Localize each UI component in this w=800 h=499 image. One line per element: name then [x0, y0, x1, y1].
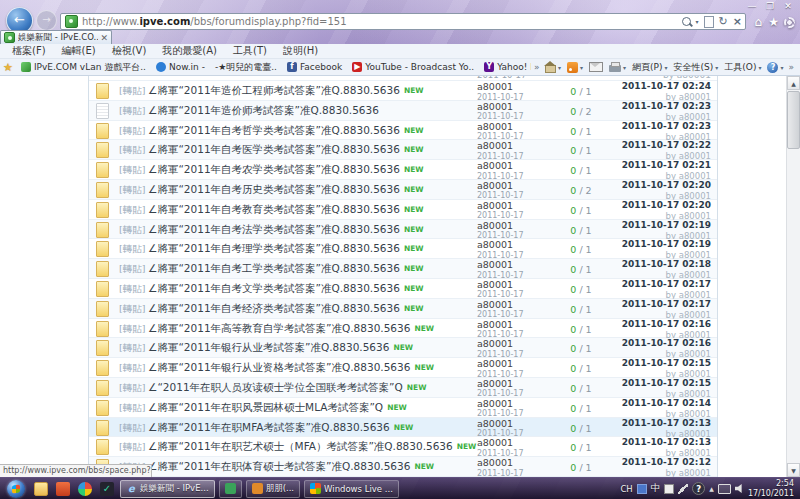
author-link[interactable]: a80001 — [477, 339, 524, 349]
thread-title-link[interactable]: ∠將軍“2011年自考教育类考試答案”准Q.8830.5636NEW — [148, 203, 424, 217]
browser-tab[interactable]: 娛樂新聞 - IPvE.CO... ✕ — [0, 30, 112, 44]
author-link[interactable]: a80001 — [477, 161, 524, 171]
command-bar-item[interactable]: ▾ — [545, 62, 561, 73]
command-bar-item[interactable]: ?▾ — [767, 62, 783, 73]
thread-title-link[interactable]: ∠將軍“2011年自考哲学类考試答案”准Q.8830.5636NEW — [148, 124, 424, 138]
window-close-button[interactable]: ✕ — [780, 2, 796, 13]
author-link[interactable]: a80001 — [477, 438, 524, 448]
scrollbar-thumb[interactable] — [787, 91, 800, 149]
thread-title-link[interactable]: ∠將軍“2011年自考工学类考試答案”准Q.8830.5636NEW — [148, 262, 424, 276]
author-link[interactable]: a80001 — [477, 201, 524, 211]
thread-title-link[interactable]: ∠將軍“2011年自考历史类考試答案”准Q.8830.5636NEW — [148, 183, 424, 197]
menu-item[interactable]: 說明(H) — [275, 44, 326, 58]
start-orb-button[interactable] — [7, 480, 25, 498]
table-row[interactable]: [轉貼]∠將軍“2011年自考农学类考試答案”准Q.8830.5636NEWa8… — [89, 160, 717, 180]
command-bar-item[interactable]: 工具(O)▾ — [724, 61, 761, 74]
volume-tray-icon[interactable] — [735, 484, 744, 493]
favorites-bar-item[interactable]: -★明兒的電臺.. — [211, 60, 281, 75]
thread-title-link[interactable]: ∠將軍“2011年自考理学类考試答案”准Q.8830.5636NEW — [148, 242, 424, 256]
language-indicator[interactable]: CH — [620, 484, 632, 494]
table-row[interactable]: [轉貼]∠將軍“2011年高等教育自学考試答案”准Q.8830.5636NEWa… — [89, 319, 717, 339]
table-row[interactable]: [轉貼]∠將軍“2011年在职艺术硕士（MFA）考試答案”准Q.8830.563… — [89, 437, 717, 457]
display-tray-icon[interactable] — [718, 484, 731, 494]
author-link[interactable]: a80001 — [477, 379, 524, 389]
author-link[interactable]: a80001 — [477, 260, 524, 270]
ime-pen-icon[interactable] — [678, 484, 688, 494]
author-link[interactable]: a80001 — [477, 141, 524, 151]
thread-title-link[interactable]: ∠將軍“2011年银行从业考試答案”准Q.8830.5636NEW — [148, 341, 413, 355]
command-bar-item[interactable]: 安全性(S)▾ — [674, 61, 719, 74]
thread-title-link[interactable]: ∠將軍“2011年造价师考試答案”准Q.8830.5636 — [148, 104, 379, 118]
forward-button[interactable]: → — [36, 10, 57, 31]
ime-mode-icon[interactable] — [664, 484, 674, 494]
author-link[interactable]: a80001 — [477, 419, 524, 429]
table-row[interactable]: [轉貼]∠將軍“2011年银行从业考試答案”准Q.8830.5636NEWa80… — [89, 338, 717, 358]
author-link[interactable]: a80001 — [477, 82, 524, 92]
table-row[interactable]: [轉貼]∠將軍“2011年自考文学类考試答案”准Q.8830.5636NEWa8… — [89, 279, 717, 299]
menu-item[interactable]: 檢視(V) — [104, 44, 155, 58]
thread-title-link[interactable]: ∠將軍“2011年高等教育自学考試答案”准Q.8830.5636NEW — [148, 322, 434, 336]
explorer-folder-icon[interactable] — [34, 482, 48, 496]
taskbar-button[interactable]: e娛樂新聞 - IPvE... — [120, 480, 215, 498]
thread-title-link[interactable]: ∠將軍“2011年自考文学类考試答案”准Q.8830.5636NEW — [148, 282, 424, 296]
favorites-bar-item[interactable]: IPvE.COM vLan 遊戲平台.. — [17, 60, 150, 75]
table-row[interactable]: [轉貼]∠將軍“2011年造价工程师考試答案”准Q.8830.5636NEWa8… — [89, 81, 717, 101]
command-bar-item[interactable] — [589, 62, 603, 72]
ime-chinese-icon[interactable]: 中 — [651, 482, 661, 495]
thread-title-link[interactable]: ∠將軍“2011年自考农学类考試答案”准Q.8830.5636NEW — [148, 163, 424, 177]
globe-app-icon[interactable] — [78, 482, 92, 496]
thread-title-link[interactable]: ∠將軍“2011年在职风景园林硕士MLA考試答案”QNEW — [148, 401, 407, 415]
table-row[interactable]: [轉貼]∠將軍“2011年自考工学类考試答案”准Q.8830.5636NEWa8… — [89, 259, 717, 279]
author-link[interactable]: a80001 — [477, 122, 524, 132]
show-hidden-icons-arrow[interactable]: ▲ — [709, 485, 714, 492]
thread-title-link[interactable]: ∠“2011年在职人员攻读硕士学位全国联考考試答案”QNEW — [148, 381, 426, 395]
favorites-bar-item[interactable]: Now.in - — [152, 61, 209, 73]
taskbar-button[interactable] — [219, 480, 242, 498]
table-row[interactable]: [轉貼]∠將軍“2011年在职体育硕士考試答案”准Q.8830.5636NEWa… — [89, 457, 717, 477]
window-minimize-button[interactable]: — — [744, 2, 760, 13]
menu-item[interactable]: 檔案(F) — [4, 44, 54, 58]
author-link[interactable]: a80001 — [477, 320, 524, 330]
tab-close-icon[interactable]: ✕ — [100, 33, 108, 43]
thread-title-link[interactable]: ∠將軍“2011年造价工程师考試答案”准Q.8830.5636NEW — [148, 84, 424, 98]
home-icon[interactable]: ⌂ — [754, 15, 762, 29]
url-text[interactable]: http://www.ipve.com/bbs/forumdisplay.php… — [82, 16, 682, 27]
taskbar-button[interactable]: 朋朋(... — [246, 480, 300, 498]
favorites-star-icon[interactable]: ★ — [768, 15, 779, 29]
search-icon[interactable] — [682, 17, 691, 26]
thread-title-link[interactable]: ∠將軍“2011年自考经济类考試答案”准Q.8830.5636NEW — [148, 302, 424, 316]
search-dropdown-caret-icon[interactable]: ▾ — [696, 18, 699, 25]
menu-item[interactable]: 我的最愛(A) — [154, 44, 225, 58]
scrollbar-down-arrow-icon[interactable]: ▼ — [787, 463, 800, 477]
table-row[interactable]: [轉貼]∠將軍“2011年自考医学类考試答案”准Q.8830.5636NEWa8… — [89, 140, 717, 160]
thread-title-link[interactable]: ∠將軍“2011年在职MFA考試答案”准Q.8830.5636NEW — [148, 421, 413, 435]
lastpost-by-link[interactable]: by a80001 — [622, 469, 711, 477]
command-overflow-chevron[interactable]: » — [785, 62, 797, 72]
thread-title-link[interactable]: ∠將軍“2011年银行从业资格考試答案”准Q.8830.5636NEW — [148, 361, 434, 375]
author-link[interactable]: a80001 — [477, 399, 524, 409]
vertical-scrollbar[interactable]: ▲ ▼ — [786, 76, 800, 477]
window-maximize-button[interactable]: ❐ — [762, 2, 778, 13]
ime-help-icon[interactable]: ? — [692, 482, 705, 495]
tools-gear-icon[interactable] — [784, 17, 795, 28]
table-row[interactable]: [轉貼]∠將軍“2011年银行从业资格考試答案”准Q.8830.5636NEWa… — [89, 358, 717, 378]
author-link[interactable]: a80001 — [477, 221, 524, 231]
author-link[interactable]: a80001 — [477, 240, 524, 250]
author-link[interactable]: a80001 — [477, 280, 524, 290]
table-row[interactable]: [轉貼]∠將軍“2011年自考历史类考試答案”准Q.8830.5636NEWa8… — [89, 180, 717, 200]
table-row[interactable]: [轉貼]∠將軍“2011年自考经济类考試答案”准Q.8830.5636NEWa8… — [89, 299, 717, 319]
thread-title-link[interactable]: ∠將軍“2011年自考法学类考試答案”准Q.8830.5636NEW — [148, 223, 424, 237]
stop-icon[interactable]: × — [733, 17, 742, 27]
favorites-bar-item[interactable]: ▶YouTube - Broadcast Yo.. — [348, 61, 478, 73]
author-link[interactable]: a80001 — [477, 102, 524, 112]
menu-item[interactable]: 編輯(E) — [54, 44, 104, 58]
address-bar[interactable]: http://www.ipve.com/bbs/forumdisplay.php… — [60, 13, 746, 30]
author-link[interactable]: a80001 — [477, 300, 524, 310]
taskbar-clock[interactable]: 2:54 17/10/2011 — [748, 479, 794, 499]
thread-title-link[interactable]: ∠將軍“2011年在职体育硕士考試答案”准Q.8830.5636NEW — [148, 460, 434, 474]
menu-item[interactable]: 工具(T) — [225, 44, 275, 58]
ime-grid-icon[interactable] — [637, 484, 647, 494]
thread-title-link[interactable]: ∠將軍“2011年自考医学类考試答案”准Q.8830.5636NEW — [148, 143, 424, 157]
favorites-overflow-chevron[interactable]: » — [531, 62, 543, 72]
check-app-icon[interactable]: ✓ — [100, 482, 114, 496]
